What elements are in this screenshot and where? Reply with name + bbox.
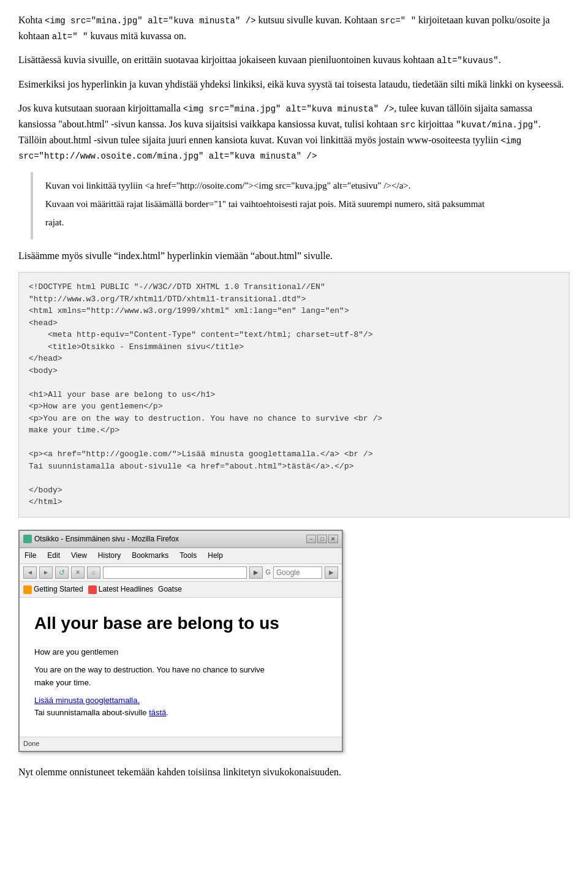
bookmark-icon-2 — [88, 585, 97, 594]
main-content: Kohta <img src="mina.jpg" alt="kuva minu… — [18, 12, 570, 780]
browser-toolbar: ◄ ► ↺ ✕ ⌂ ▶ G ▶ — [20, 564, 342, 582]
code-img-direct: <img src="mina.jpg" alt="kuva minusta" /… — [183, 104, 394, 114]
code-block-html: <!DOCTYPE html PUBLIC "-//W3C//DTD XHTML… — [18, 272, 570, 517]
page-link-about[interactable]: tästä — [149, 708, 166, 717]
code-www-img: <img src="http://www.osoite.com/mina.jpg… — [18, 136, 521, 162]
bookmark-latest-headlines[interactable]: Latest Headlines — [88, 584, 153, 595]
blockquote-line3: rajat. — [45, 215, 557, 230]
status-text: Done — [23, 740, 39, 747]
code-src-kw: src — [400, 120, 415, 130]
google-label: G — [265, 567, 271, 578]
page-para-3-text: Tai suunnistamalla about-sivulle — [34, 708, 149, 717]
browser-title: Otsikko - Ensimmäinen sivu - Mozilla Fir… — [34, 533, 179, 545]
bookmark-getting-started[interactable]: Getting Started — [23, 584, 83, 595]
menu-bookmarks[interactable]: Bookmarks — [129, 549, 171, 562]
browser-menubar: File Edit View History Bookmarks Tools H… — [20, 548, 342, 564]
stop-button[interactable]: ✕ — [71, 566, 85, 579]
menu-help[interactable]: Help — [205, 549, 225, 562]
menu-file[interactable]: File — [22, 549, 39, 562]
page-para-3-end: . — [166, 708, 168, 717]
bookmark-label-2: Latest Headlines — [99, 584, 153, 595]
menu-history[interactable]: History — [96, 549, 123, 562]
menu-view[interactable]: View — [69, 549, 89, 562]
page-para-2b-text: make your time. — [34, 678, 91, 687]
browser-window: Otsikko - Ensimmäinen sivu - Mozilla Fir… — [18, 530, 343, 752]
browser-favicon — [23, 535, 32, 543]
paragraph-3: Esimerkiksi jos hyperlinkin ja kuvan yhd… — [18, 77, 570, 92]
blockquote-line1: Kuvan voi linkittää tyyliin <a href="htt… — [45, 178, 557, 193]
paragraph-2: Lisättäessä kuvia sivuille, on erittäin … — [18, 52, 570, 68]
paragraph-5: Lisäämme myös sivulle “index.html” hyper… — [18, 248, 570, 264]
bookmark-label-3: Goatse — [158, 584, 182, 595]
close-button[interactable]: ✕ — [328, 535, 338, 543]
home-button[interactable]: ⌂ — [87, 566, 100, 579]
refresh-button[interactable]: ↺ — [55, 566, 69, 579]
menu-edit[interactable]: Edit — [45, 549, 62, 562]
paragraph-1: Kohta <img src="mina.jpg" alt="kuva minu… — [18, 12, 570, 43]
titlebar-left: Otsikko - Ensimmäinen sivu - Mozilla Fir… — [23, 533, 179, 545]
blockquote-line2: Kuvaan voi määrittää rajat lisäämällä bo… — [45, 197, 557, 211]
page-para-2-text: You are on the way to destruction. You h… — [34, 665, 265, 674]
bookmark-goatse[interactable]: Goatse — [158, 584, 182, 595]
blockquote-box: Kuvan voi linkittää tyyliin <a href="htt… — [31, 172, 570, 239]
address-bar[interactable] — [103, 566, 247, 579]
search-go-button[interactable]: ▶ — [325, 566, 338, 579]
page-para-1: How are you gentlemen — [34, 646, 327, 659]
bookmark-label-1: Getting Started — [34, 584, 83, 595]
titlebar-buttons[interactable]: – □ ✕ — [306, 535, 338, 543]
minimize-button[interactable]: – — [306, 535, 316, 543]
page-link-google[interactable]: Lisää minusta googlettamalla. — [34, 696, 140, 705]
browser-content: All your base are belong to us How are y… — [20, 598, 342, 737]
page-para-3: Lisää minusta googlettamalla. Tai suunni… — [34, 694, 327, 720]
code-img-tag: <img src="mina.jpg" alt="kuva minusta" /… — [45, 16, 255, 26]
maximize-button[interactable]: □ — [317, 535, 327, 543]
final-paragraph: Nyt olemme onnistuneet tekemään kahden t… — [18, 764, 570, 780]
bookmarks-bar: Getting Started Latest Headlines Goatse — [20, 582, 342, 598]
menu-tools[interactable]: Tools — [177, 549, 199, 562]
browser-statusbar: Done — [20, 737, 342, 751]
search-input[interactable] — [273, 566, 322, 579]
paragraph-4: Jos kuva kutsutaan suoraan kirjoittamall… — [18, 100, 570, 163]
page-heading: All your base are belong to us — [34, 610, 327, 638]
code-alt-attr: alt=" " — [52, 32, 88, 42]
code-kuvat-path: "kuvat/mina.jpg" — [456, 120, 538, 130]
page-para-2: You are on the way to destruction. You h… — [34, 664, 327, 690]
browser-titlebar: Otsikko - Ensimmäinen sivu - Mozilla Fir… — [20, 531, 342, 548]
bookmark-icon-1 — [23, 585, 32, 594]
code-src-attr: src=" " — [380, 16, 416, 26]
back-button[interactable]: ◄ — [23, 566, 37, 579]
forward-button[interactable]: ► — [39, 566, 53, 579]
go-button[interactable]: ▶ — [249, 566, 263, 579]
code-alt-kuvaus: alt="kuvaus" — [437, 56, 499, 66]
